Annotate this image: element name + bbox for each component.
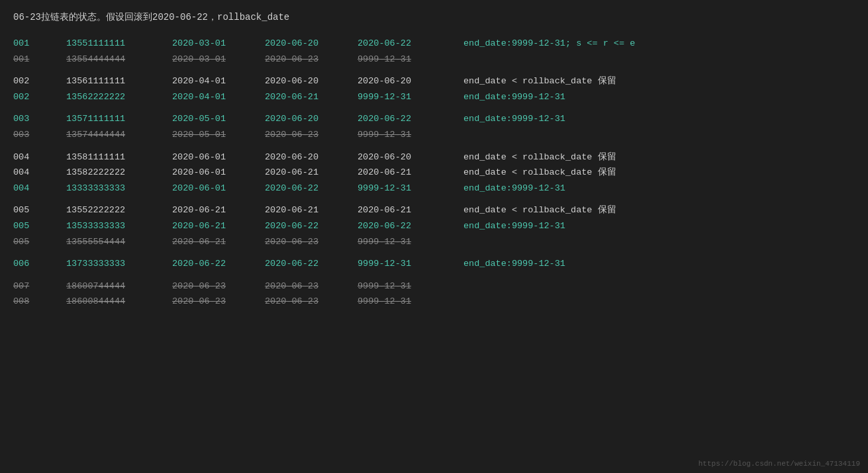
- cell-phone: 13333333333: [66, 181, 172, 196]
- cell-id: 008: [13, 294, 66, 309]
- cell-date1: 2020-05-01: [172, 112, 265, 126]
- cell-note: end_date < rollback_date 保留: [463, 74, 855, 89]
- cell-id: 006: [13, 257, 66, 271]
- table-area: 001 13551111111 2020-03-01 2020-06-20 20…: [13, 36, 855, 309]
- cell-date1: 2020-03-01: [172, 36, 265, 51]
- cell-id: 003: [13, 128, 66, 142]
- table-row: 003 13571111111 2020-05-01 2020-06-20 20…: [13, 112, 855, 126]
- cell-date3: 9999-12-31: [358, 181, 463, 196]
- cell-id: 004: [13, 150, 66, 165]
- cell-date1: 2020-06-01: [172, 181, 265, 196]
- cell-phone: 13582222222: [66, 165, 172, 180]
- cell-date2: 2020-06-22: [265, 181, 358, 196]
- cell-date2: 2020-06-20: [265, 36, 358, 51]
- cell-phone: 13533333333: [66, 219, 172, 234]
- table-row: 004 13581111111 2020-06-01 2020-06-20 20…: [13, 150, 855, 165]
- cell-date2: 2020-06-21: [265, 165, 358, 180]
- table-row: 005 13533333333 2020-06-21 2020-06-22 20…: [13, 219, 855, 234]
- cell-note: end_date < rollback_date 保留: [463, 203, 855, 218]
- cell-date1: 2020-04-01: [172, 90, 265, 105]
- cell-id: 002: [13, 74, 66, 89]
- cell-date3: 2020-06-22: [358, 112, 463, 126]
- cell-date3: 9999-12-31: [358, 52, 463, 67]
- table-row: 007 18600744444 2020-06-23 2020-06-23 99…: [13, 279, 855, 294]
- cell-date3: 9999-12-31: [358, 279, 463, 294]
- table-row: 002 13562222222 2020-04-01 2020-06-21 99…: [13, 90, 855, 105]
- header-text: 06-23拉链表的状态。假设回滚到2020-06-22，rollback_dat…: [13, 11, 855, 24]
- cell-date1: 2020-03-01: [172, 52, 265, 67]
- cell-note: end_date:9999-12-31: [463, 219, 855, 234]
- cell-date2: 2020-06-23: [265, 52, 358, 67]
- cell-date1: 2020-06-21: [172, 219, 265, 234]
- cell-date2: 2020-06-22: [265, 257, 358, 271]
- cell-phone: 13561111111: [66, 74, 172, 89]
- cell-date3: 9999-12-31: [358, 294, 463, 309]
- cell-id: 001: [13, 52, 66, 67]
- row-spacer: [13, 144, 855, 150]
- cell-phone: 13574444444: [66, 128, 172, 142]
- cell-date2: 2020-06-23: [265, 128, 358, 142]
- cell-date2: 2020-06-21: [265, 90, 358, 105]
- row-spacer: [13, 250, 855, 257]
- cell-date1: 2020-06-21: [172, 203, 265, 218]
- table-row: 006 13733333333 2020-06-22 2020-06-22 99…: [13, 257, 855, 271]
- cell-id: 007: [13, 279, 66, 294]
- cell-id: 004: [13, 181, 66, 196]
- cell-note: end_date:9999-12-31: [463, 112, 855, 126]
- cell-date2: 2020-06-23: [265, 294, 358, 309]
- cell-note: end_date < rollback_date 保留: [463, 150, 855, 165]
- cell-date2: 2020-06-21: [265, 203, 358, 218]
- cell-id: 004: [13, 165, 66, 180]
- table-row: 001 13551111111 2020-03-01 2020-06-20 20…: [13, 36, 855, 51]
- cell-date2: 2020-06-22: [265, 219, 358, 234]
- cell-date2: 2020-06-20: [265, 150, 358, 165]
- cell-date2: 2020-06-23: [265, 235, 358, 249]
- watermark: https://blog.csdn.net/weixin_47134119: [699, 460, 860, 468]
- table-row: 001 13554444444 2020-03-01 2020-06-23 99…: [13, 52, 855, 67]
- cell-id: 002: [13, 90, 66, 105]
- cell-date3: 9999-12-31: [358, 257, 463, 271]
- cell-id: 001: [13, 36, 66, 51]
- cell-date1: 2020-06-23: [172, 294, 265, 309]
- table-row: 003 13574444444 2020-05-01 2020-06-23 99…: [13, 128, 855, 142]
- cell-date3: 2020-06-21: [358, 203, 463, 218]
- cell-date2: 2020-06-20: [265, 112, 358, 126]
- cell-date3: 2020-06-22: [358, 36, 463, 51]
- cell-date3: 9999-12-31: [358, 128, 463, 142]
- cell-note: end_date:9999-12-31: [463, 257, 855, 271]
- cell-note: end_date:9999-12-31; s <= r <= e: [463, 36, 855, 51]
- cell-note: end_date < rollback_date 保留: [463, 165, 855, 180]
- table-row: 004 13582222222 2020-06-01 2020-06-21 20…: [13, 165, 855, 180]
- cell-phone: 13555554444: [66, 235, 172, 249]
- cell-id: 003: [13, 112, 66, 126]
- table-row: 008 18600844444 2020-06-23 2020-06-23 99…: [13, 294, 855, 309]
- cell-id: 005: [13, 203, 66, 218]
- cell-phone: 18600844444: [66, 294, 172, 309]
- table-row: 002 13561111111 2020-04-01 2020-06-20 20…: [13, 74, 855, 89]
- cell-date3: 9999-12-31: [358, 90, 463, 105]
- cell-date1: 2020-06-22: [172, 257, 265, 271]
- cell-id: 005: [13, 219, 66, 234]
- cell-phone: 13554444444: [66, 52, 172, 67]
- row-spacer: [13, 105, 855, 112]
- table-row: 005 13552222222 2020-06-21 2020-06-21 20…: [13, 203, 855, 218]
- cell-note: end_date:9999-12-31: [463, 181, 855, 196]
- cell-phone: 13562222222: [66, 90, 172, 105]
- cell-phone: 13581111111: [66, 150, 172, 165]
- cell-phone: 13571111111: [66, 112, 172, 126]
- cell-date1: 2020-05-01: [172, 128, 265, 142]
- cell-date1: 2020-06-01: [172, 150, 265, 165]
- cell-phone: 13551111111: [66, 36, 172, 51]
- cell-date3: 9999-12-31: [358, 235, 463, 249]
- table-row: 004 13333333333 2020-06-01 2020-06-22 99…: [13, 181, 855, 196]
- cell-date2: 2020-06-20: [265, 74, 358, 89]
- cell-id: 005: [13, 235, 66, 249]
- cell-date3: 2020-06-21: [358, 165, 463, 180]
- cell-date1: 2020-06-01: [172, 165, 265, 180]
- cell-phone: 13552222222: [66, 203, 172, 218]
- cell-date3: 2020-06-20: [358, 74, 463, 89]
- table-row: 005 13555554444 2020-06-21 2020-06-23 99…: [13, 235, 855, 249]
- cell-phone: 13733333333: [66, 257, 172, 271]
- cell-phone: 18600744444: [66, 279, 172, 294]
- cell-note: end_date:9999-12-31: [463, 90, 855, 105]
